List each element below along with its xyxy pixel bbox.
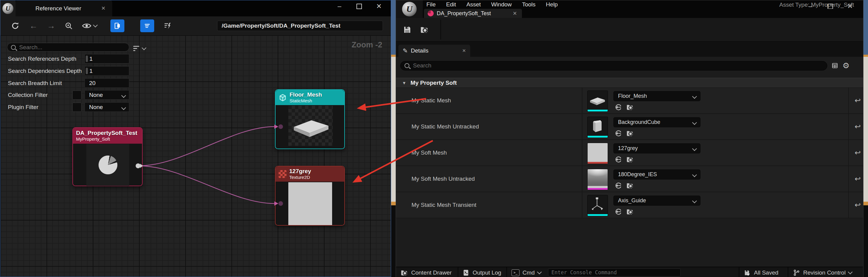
field-search-dependencies-depth: Search Dependencies Depth 1 <box>0 66 134 76</box>
use-selected-asset-icon[interactable] <box>614 103 622 111</box>
maximize-button[interactable] <box>352 0 366 12</box>
details-search-input[interactable] <box>412 62 823 69</box>
collection-filter-dropdown[interactable]: None <box>85 90 129 100</box>
use-selected-asset-icon[interactable] <box>614 155 622 163</box>
asset-thumbnail[interactable] <box>587 91 608 112</box>
reset-to-default-icon[interactable]: ↩ <box>852 88 863 113</box>
gear-icon[interactable]: ⚙ <box>842 62 849 70</box>
asset-thumbnail[interactable] <box>587 143 608 164</box>
node-127grey[interactable]: 127grey Texture2D <box>275 166 345 226</box>
filter-icon <box>133 45 139 52</box>
asset-dropdown[interactable]: BackgroundCube <box>614 117 701 127</box>
use-selected-asset-icon[interactable] <box>614 182 622 189</box>
compact-mode-toggle[interactable] <box>140 20 154 32</box>
close-icon[interactable]: ✕ <box>101 5 105 11</box>
field-search-referencers-depth: Search Referencers Depth 1 <box>0 54 134 64</box>
plugin-filter-checkbox[interactable] <box>72 103 82 112</box>
menu-asset[interactable]: Asset <box>466 1 481 8</box>
search-input[interactable] <box>19 44 125 51</box>
asset-dropdown[interactable]: Axis_Guide <box>614 196 701 206</box>
reset-to-default-icon[interactable]: ↩ <box>852 166 863 192</box>
browse-to-asset-icon[interactable] <box>626 103 634 111</box>
graph-search-box[interactable] <box>7 43 129 51</box>
drag-handle[interactable] <box>86 56 88 62</box>
menu-edit[interactable]: Edit <box>446 1 456 8</box>
close-icon[interactable]: ✕ <box>513 10 517 17</box>
tab-da-propertysoft-test[interactable]: DA_PropertySoft_Test ✕ <box>424 9 522 18</box>
folder-search-icon <box>420 25 429 34</box>
graph-filter-dropdown[interactable] <box>133 45 146 52</box>
tab-reference-viewer[interactable]: Reference Viewer ✕ <box>16 0 112 16</box>
plugin-filter-dropdown[interactable]: None <box>85 102 129 112</box>
reset-to-default-icon[interactable]: ↩ <box>852 114 863 139</box>
filter-options-button[interactable] <box>158 19 177 33</box>
menu-help[interactable]: Help <box>546 1 558 8</box>
eye-icon <box>82 23 91 29</box>
details-search-row: ⚙ <box>396 57 863 74</box>
browse-to-asset-icon[interactable] <box>626 208 634 216</box>
zoom-indicator: Zoom -2 <box>351 40 382 49</box>
all-saved-indicator[interactable]: All Saved <box>744 267 778 277</box>
close-button[interactable]: ✕ <box>372 0 386 12</box>
use-selected-asset-icon[interactable] <box>614 129 622 137</box>
asset-dropdown[interactable]: Floor_Mesh <box>614 91 701 101</box>
asset-thumbnail[interactable] <box>587 195 608 216</box>
save-button[interactable] <box>403 25 412 34</box>
property-label: My Static Mesh <box>411 88 451 113</box>
menu-file[interactable]: File <box>426 1 436 8</box>
minimize-button[interactable]: – <box>333 0 346 12</box>
node-floor-mesh[interactable]: Floor_Mesh StaticMesh <box>275 89 345 149</box>
asset-path-field[interactable] <box>217 21 383 31</box>
close-icon[interactable]: ✕ <box>462 48 466 54</box>
duplicate-paths-toggle[interactable] <box>111 20 124 32</box>
search-icon <box>11 45 16 50</box>
output-log-button[interactable]: Output Log <box>462 267 501 277</box>
refresh-button[interactable] <box>6 19 25 33</box>
reset-to-default-icon[interactable]: ↩ <box>852 192 863 218</box>
drag-handle[interactable] <box>86 68 88 74</box>
referencers-depth-input[interactable]: 1 <box>85 54 129 64</box>
zoom-to-fit-button[interactable] <box>60 19 78 33</box>
category-my-property-soft[interactable]: ▼ My Property Soft <box>396 78 863 88</box>
panel-icon <box>114 22 121 30</box>
node-da-propertysoft-test[interactable]: DA_PropertySoft_Test MyProperty_Soft <box>72 127 143 186</box>
save-icon <box>403 25 412 34</box>
visibility-dropdown[interactable] <box>78 19 101 33</box>
field-search-breadth-limit: Search Breadth Limit 20 <box>0 78 134 88</box>
use-selected-asset-icon[interactable] <box>614 208 622 216</box>
browse-to-asset-button[interactable] <box>420 25 429 34</box>
reset-to-default-icon[interactable]: ↩ <box>852 140 863 166</box>
property-label: My Soft Mesh <box>411 140 447 166</box>
collection-filter-checkbox[interactable] <box>72 91 82 100</box>
title-bar[interactable]: U Reference Viewer ✕ – ✕ <box>0 0 391 16</box>
asset-thumbnail[interactable] <box>587 169 608 190</box>
menu-tools[interactable]: Tools <box>522 1 535 8</box>
browse-to-asset-icon[interactable] <box>626 129 634 137</box>
browse-to-asset-icon[interactable] <box>626 155 634 163</box>
asset-dropdown[interactable]: 127grey <box>614 143 701 153</box>
expander-triangle-icon[interactable]: ▼ <box>402 80 406 85</box>
details-search-box[interactable] <box>400 61 827 70</box>
browse-to-asset-icon[interactable] <box>626 182 634 189</box>
data-asset-pie-icon <box>98 155 117 174</box>
menu-window[interactable]: Window <box>491 1 512 8</box>
back-button[interactable]: ← <box>25 19 42 33</box>
asset-thumbnail[interactable] <box>587 117 608 138</box>
revision-control-dropdown[interactable]: Revision Control <box>793 267 852 277</box>
reference-graph-canvas[interactable]: Zoom -2 Search Referencers Depth 1 Searc… <box>0 35 391 277</box>
dependencies-depth-input[interactable]: 1 <box>85 66 129 76</box>
console-command-input[interactable] <box>548 269 681 276</box>
tab-details[interactable]: ✎ Details ✕ <box>398 45 470 57</box>
chevron-down-icon <box>142 45 147 50</box>
display-mode-icon[interactable] <box>831 62 839 69</box>
forward-button[interactable]: → <box>42 19 60 33</box>
breadth-limit-input[interactable]: 20 <box>85 78 129 88</box>
chevron-down-icon <box>537 270 542 275</box>
filter-flash-icon <box>163 22 172 30</box>
content-drawer-button[interactable]: Content Drawer <box>400 267 452 277</box>
branch-icon <box>793 269 800 276</box>
cmd-dropdown[interactable]: >_ Cmd <box>512 267 541 277</box>
chevron-down-icon <box>848 270 853 275</box>
asset-dropdown[interactable]: 180Degree_IES <box>614 170 701 179</box>
chevron-down-icon <box>121 93 126 98</box>
